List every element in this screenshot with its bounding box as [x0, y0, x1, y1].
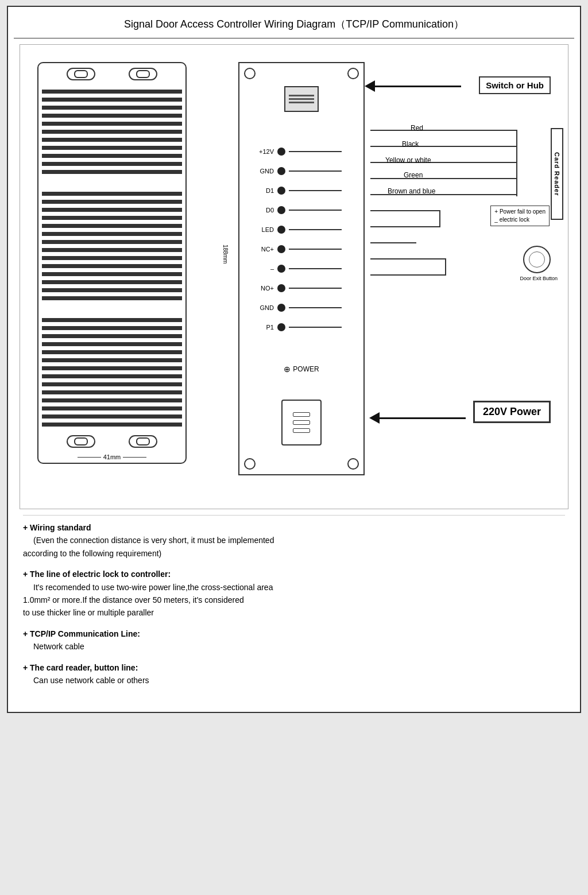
stripe [42, 114, 182, 118]
stripe [42, 138, 182, 142]
stripe [42, 296, 182, 300]
terminal-label-gnd1: GND [250, 168, 277, 175]
door-exit-inner [529, 251, 545, 268]
door-exit-button [523, 246, 551, 273]
terminal-line-ncp [289, 249, 342, 250]
dim-188-annotation: 188mm [221, 134, 230, 375]
terminal-line-d1 [289, 190, 342, 191]
power-text: POWER [293, 365, 319, 373]
terminal-row-12v: +12V [250, 144, 342, 160]
terminal-line-led [289, 229, 342, 230]
stripe [42, 256, 182, 260]
stripe [42, 146, 182, 150]
corner-br [347, 458, 359, 470]
note-body-card: Can use network cable or others [23, 676, 149, 685]
dim-line-right [123, 457, 146, 458]
terminal-label-gnd2: GND [250, 304, 277, 311]
terminal-label-p1: P1 [250, 324, 277, 331]
terminal-label-12v: +12V [250, 148, 277, 155]
stripe [42, 248, 182, 252]
wire-label-green: Green [404, 171, 423, 179]
terminal-label-d1: D1 [250, 187, 277, 194]
arrow-head [365, 80, 375, 92]
power-arrow-line [380, 417, 466, 419]
hook-left [67, 68, 95, 80]
right-device: +12V GND D1 D0 [238, 62, 365, 475]
terminal-label-d0: D0 [250, 207, 277, 214]
corner-tl [244, 68, 256, 79]
note-tcpip: + TCP/IP Communication Line: Network cab… [23, 627, 565, 653]
stripe [42, 162, 182, 166]
stripe [42, 192, 182, 196]
stripe [42, 334, 182, 338]
terminal-row-minus: – [250, 261, 342, 277]
stripe [42, 224, 182, 228]
stripe [42, 406, 182, 410]
terminal-label-led: LED [250, 226, 277, 233]
terminal-dot-minus [277, 265, 285, 273]
wire-red [370, 130, 516, 131]
stripe [42, 232, 182, 236]
terminal-label-minus: – [250, 265, 277, 272]
eth-line [289, 95, 314, 96]
terminal-row-gnd2: GND [250, 300, 342, 316]
hook-bottom-left [67, 435, 95, 448]
terminal-label-ncp: NC+ [250, 246, 277, 253]
stripe [42, 106, 182, 110]
dim-188-label: 188mm [222, 245, 229, 264]
stripe [42, 350, 182, 354]
wire-nop [370, 242, 416, 243]
power-fail-line1: + Power fail to open [494, 208, 546, 216]
stripe [42, 288, 182, 292]
note-title-card: + The card reader, button line: [23, 663, 138, 672]
wire-p1 [370, 274, 445, 276]
terminal-row-d0: D0 [250, 202, 342, 218]
wire-minus [370, 226, 439, 227]
stripe [42, 272, 182, 276]
terminal-row-d1: D1 [250, 183, 342, 199]
terminal-label-nop: NO+ [250, 285, 277, 292]
note-title-wiring: + Wiring standard [23, 523, 91, 532]
stripe [42, 326, 182, 330]
terminal-line-gnd1 [289, 171, 342, 172]
wire-label-black: Black [402, 140, 419, 148]
dim-horizontal: 41mm [78, 454, 146, 460]
arrow-line [375, 86, 461, 87]
stripe [42, 366, 182, 370]
stripe [42, 398, 182, 402]
terminal-row-gnd1: GND [250, 163, 342, 179]
socket-slot-3 [293, 428, 310, 433]
stripe [42, 264, 182, 268]
stripe [42, 318, 182, 322]
terminal-dot-d1 [277, 187, 285, 195]
terminal-line-p1 [289, 327, 342, 328]
power-icon: ⊕ [284, 365, 291, 374]
eth-line [289, 98, 314, 100]
page: Signal Door Access Controller Wiring Dia… [7, 6, 581, 713]
card-reader-text: Card Reader [554, 152, 560, 196]
note-body-tcpip: Network cable [23, 642, 84, 651]
stripe [42, 130, 182, 134]
stripe [42, 280, 182, 284]
stripe [42, 374, 182, 378]
hook-right [129, 68, 157, 80]
terminal-row-p1: P1 [250, 319, 342, 335]
stripe-gap [42, 177, 182, 188]
stripe [42, 414, 182, 419]
top-hooks [38, 63, 185, 85]
stripe [42, 240, 182, 244]
note-body-wiring: (Even the connection distance is very sh… [23, 536, 274, 557]
wire-label-yellow: Yellow or white [385, 156, 431, 164]
door-vert [445, 258, 446, 276]
terminal-line-minus [289, 268, 342, 269]
ncp-vert [439, 210, 440, 227]
terminal-dot-p1 [277, 323, 285, 331]
stripe [42, 358, 182, 362]
note-title-lock: + The line of electric lock to controlle… [23, 569, 171, 579]
terminal-dot-gnd2 [277, 304, 285, 312]
terminal-block: +12V GND D1 D0 [250, 144, 342, 339]
power-fail-line2: _ electric lock [494, 216, 546, 224]
wire-black [370, 146, 516, 147]
socket-slot-2 [293, 420, 310, 425]
switch-hub-arrow [365, 80, 461, 92]
